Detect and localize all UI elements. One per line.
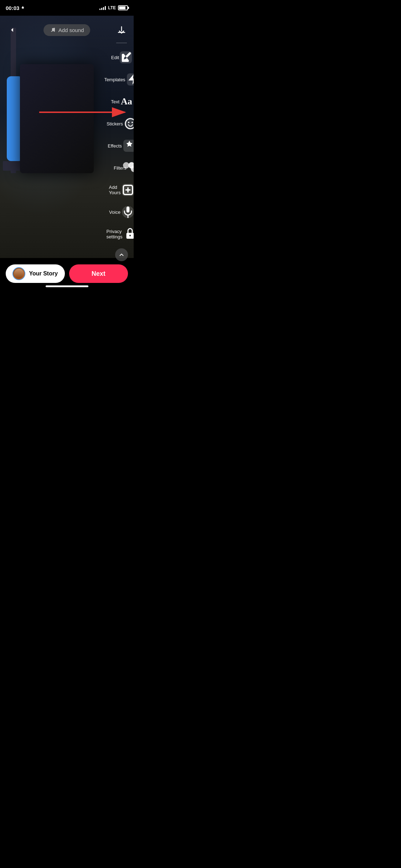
stickers-label: Stickers — [107, 121, 123, 126]
svg-marker-0 — [128, 74, 134, 84]
lte-badge: LTE — [108, 5, 116, 10]
add-yours-label: Add Yours — [109, 185, 121, 195]
privacy-label: Privacy settings — [107, 229, 123, 239]
divider — [116, 43, 127, 43]
avatar — [12, 267, 25, 280]
privacy-icon — [124, 227, 134, 241]
tool-voice[interactable]: Voice — [114, 204, 129, 220]
add-sound-label: Add sound — [58, 27, 84, 33]
battery-container: 83 — [118, 5, 128, 10]
tool-templates[interactable]: Templates — [114, 72, 129, 87]
templates-label: Templates — [104, 77, 125, 82]
music-note-icon — [50, 27, 56, 33]
home-indicator — [46, 285, 88, 287]
back-icon — [8, 26, 16, 34]
signal-bars — [99, 6, 106, 10]
top-toolbar: Add sound — [0, 16, 134, 44]
svg-point-1 — [125, 119, 134, 129]
download-icon — [117, 26, 126, 34]
next-label: Next — [92, 270, 106, 277]
tool-effects[interactable]: Effects — [114, 138, 129, 154]
status-right: LTE 83 — [99, 5, 128, 10]
effects-label: Effects — [108, 143, 122, 149]
bottom-bar: Your Story Next — [0, 258, 134, 289]
tool-filters[interactable]: Filters — [114, 160, 129, 176]
download-button[interactable] — [115, 24, 128, 36]
svg-point-7 — [129, 235, 131, 237]
annotation-arrow — [36, 105, 132, 119]
edit-icon — [120, 51, 132, 63]
tool-privacy-settings[interactable]: Privacy settings — [114, 226, 129, 242]
voice-label: Voice — [109, 210, 120, 215]
tool-edit[interactable]: Edit — [114, 50, 129, 65]
status-bar: 00:03 LTE 83 — [0, 0, 134, 16]
tool-add-yours[interactable]: Add Yours — [114, 182, 129, 198]
text-label: Text — [111, 99, 119, 104]
location-icon — [21, 6, 25, 10]
add-yours-icon — [122, 184, 134, 196]
your-story-button[interactable]: Your Story — [6, 264, 65, 283]
battery-text: 83 — [119, 6, 127, 10]
effects-icon — [123, 140, 134, 152]
next-button[interactable]: Next — [69, 264, 128, 283]
voice-icon — [122, 206, 134, 218]
back-button[interactable] — [6, 24, 19, 36]
battery: 83 — [118, 5, 128, 10]
filters-icon — [128, 161, 129, 174]
edit-label: Edit — [111, 55, 119, 60]
right-panel: Edit Templates Text Aa — [114, 43, 129, 261]
add-sound-button[interactable]: Add sound — [43, 24, 91, 36]
your-story-label: Your Story — [29, 270, 58, 277]
templates-icon — [127, 73, 134, 86]
stickers-icon — [124, 118, 134, 130]
status-time: 00:03 — [6, 5, 25, 11]
chevron-up-icon — [118, 252, 125, 258]
collapse-button[interactable] — [115, 248, 128, 261]
